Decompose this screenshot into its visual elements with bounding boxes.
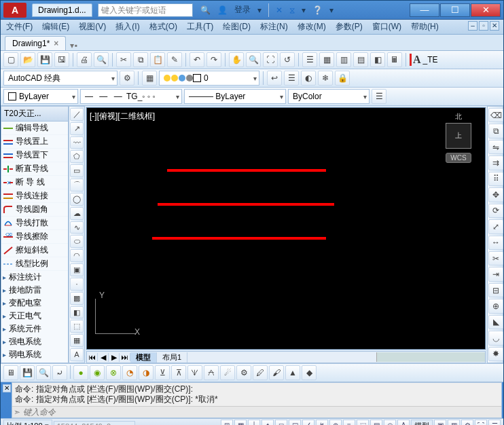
- drawing-canvas[interactable]: [-][俯视][二维线框] Y X 北 上 WCS: [86, 107, 486, 350]
- panel-item[interactable]: 编辑导线: [1, 122, 68, 135]
- otrack-icon[interactable]: ∠: [302, 420, 314, 425]
- ortho-icon[interactable]: └: [248, 420, 260, 425]
- polyline-icon[interactable]: 〰: [70, 136, 84, 149]
- tool-icon[interactable]: 🖌: [269, 365, 284, 380]
- expand-item[interactable]: 消防系统: [1, 361, 68, 363]
- qp-icon[interactable]: ▤: [370, 420, 382, 425]
- gradient-icon[interactable]: ◧: [70, 306, 84, 319]
- status-icon[interactable]: ⛶: [475, 420, 487, 425]
- pan-icon[interactable]: ✋: [229, 52, 244, 67]
- linetype1-dropdown[interactable]: — — — TG_◦ ◦ ◦: [80, 89, 182, 104]
- preview-icon[interactable]: 🔍: [94, 52, 109, 67]
- extend-icon[interactable]: ⇥: [488, 267, 503, 281]
- array-icon[interactable]: ⠿: [488, 172, 503, 186]
- layout-tab[interactable]: 布局1: [157, 352, 187, 363]
- tab-next-icon[interactable]: ▶: [109, 353, 120, 362]
- save-icon[interactable]: 💾: [37, 52, 52, 67]
- grid-icon[interactable]: ▦: [234, 420, 247, 425]
- menu-edit[interactable]: 编辑(E): [42, 21, 69, 33]
- status-icon[interactable]: ▣: [434, 420, 446, 425]
- menu-format[interactable]: 格式(O): [149, 21, 177, 33]
- menu-view[interactable]: 视图(V): [79, 21, 106, 33]
- ellipse-icon[interactable]: ⬭: [70, 235, 84, 248]
- undo-icon[interactable]: ↶: [190, 52, 204, 67]
- layer-lock-icon[interactable]: 🔒: [335, 71, 350, 86]
- anno-icon[interactable]: A: [397, 420, 410, 425]
- expand-item[interactable]: 接地防雷: [1, 284, 68, 297]
- panel-item[interactable]: 擦短斜线: [1, 244, 68, 257]
- sheetset-icon[interactable]: ▤: [353, 52, 368, 67]
- tool-icon[interactable]: ◆: [302, 365, 317, 380]
- tool-icon[interactable]: ●: [73, 365, 88, 380]
- chamfer-icon[interactable]: ◣: [488, 315, 503, 329]
- tool-icon[interactable]: ⤾: [52, 365, 67, 380]
- offset-icon[interactable]: ⇉: [488, 155, 503, 170]
- scale-icon[interactable]: ⤢: [488, 219, 503, 234]
- rectangle-icon[interactable]: ▭: [70, 164, 84, 177]
- region-icon[interactable]: ⬚: [70, 320, 84, 333]
- break-icon[interactable]: ⊟: [488, 283, 503, 297]
- layer-states-icon[interactable]: ☰: [284, 71, 299, 86]
- tpy-icon[interactable]: ⬚: [357, 420, 369, 425]
- status-icon[interactable]: ▥: [448, 420, 460, 425]
- hatch-icon[interactable]: ▩: [70, 292, 84, 305]
- doc-minimize-button[interactable]: –: [468, 21, 478, 31]
- viewcube-face[interactable]: 上: [446, 123, 471, 149]
- tool-icon[interactable]: ☄: [220, 365, 235, 380]
- layer-iso-icon[interactable]: ◐: [301, 71, 316, 86]
- explode-icon[interactable]: ✸: [488, 347, 503, 361]
- dyn-icon[interactable]: ⊕: [329, 420, 342, 425]
- tool-icon[interactable]: 🖥: [3, 365, 18, 380]
- mirror-icon[interactable]: ⇋: [488, 140, 503, 154]
- copy-icon[interactable]: ⧉: [488, 124, 503, 138]
- panel-item[interactable]: 导线连接: [1, 189, 68, 203]
- paste-icon[interactable]: 📋: [150, 52, 165, 67]
- model-tab[interactable]: 模型: [130, 352, 157, 363]
- workspace-settings-icon[interactable]: ⚙: [120, 71, 134, 86]
- arc-icon[interactable]: ⌒: [70, 179, 84, 191]
- menu-draw[interactable]: 绘图(D): [223, 21, 251, 33]
- join-icon[interactable]: ⊕: [488, 299, 503, 313]
- status-scale[interactable]: 比例 1:100 ▾: [3, 420, 52, 425]
- menu-param[interactable]: 参数(P): [336, 21, 363, 33]
- expand-item[interactable]: 天正电气: [1, 310, 68, 322]
- layer-prev-icon[interactable]: ↩: [267, 71, 282, 86]
- expand-item[interactable]: 弱电系统: [1, 348, 68, 361]
- mtext-icon[interactable]: A: [70, 348, 84, 361]
- tool-icon[interactable]: ◉: [90, 365, 105, 380]
- tool-icon[interactable]: 🖊: [253, 365, 268, 380]
- plot-icon[interactable]: 🖨: [77, 52, 92, 67]
- menu-help[interactable]: 帮助(H): [411, 21, 439, 33]
- tool-icon[interactable]: ⩜: [204, 365, 219, 380]
- doc-close-button[interactable]: ✕: [490, 21, 499, 31]
- workspace-dropdown[interactable]: AutoCAD 经典: [3, 71, 118, 86]
- tool-icon[interactable]: ⊗: [106, 365, 121, 380]
- help-icon[interactable]: ❔: [312, 5, 323, 15]
- overflow-icon[interactable]: ▾▪: [70, 41, 77, 50]
- new-icon[interactable]: ▢: [3, 52, 18, 67]
- polar-icon[interactable]: ✦: [262, 420, 274, 425]
- chevron-down-icon[interactable]: ▾: [302, 5, 306, 15]
- panel-item[interactable]: 导线圆角: [1, 203, 68, 217]
- file-tab[interactable]: Drawing1.d...: [32, 3, 92, 17]
- xline-icon[interactable]: ↗: [70, 122, 84, 135]
- viewcube[interactable]: 北 上 WCS: [437, 112, 480, 163]
- point-icon[interactable]: ·: [70, 278, 84, 291]
- properties-icon[interactable]: ☰: [302, 52, 317, 67]
- viewport-label[interactable]: [-][俯视][二维线框]: [90, 111, 155, 122]
- status-icon[interactable]: ☰: [488, 420, 501, 425]
- tool-icon[interactable]: ◑: [139, 365, 154, 380]
- login-icon[interactable]: 👤: [217, 5, 228, 15]
- rotate-icon[interactable]: ⟳: [488, 204, 503, 218]
- saveas-icon[interactable]: 🖫: [54, 52, 69, 67]
- table-icon[interactable]: ▦: [70, 334, 84, 347]
- block-icon[interactable]: ▣: [70, 263, 84, 276]
- menu-insert[interactable]: 插入(I): [115, 21, 139, 33]
- search-input[interactable]: 键入关键字或短语: [98, 3, 193, 17]
- fillet-icon[interactable]: ◡: [488, 331, 503, 345]
- tab-prev-icon[interactable]: ◀: [98, 353, 109, 362]
- revcloud-icon[interactable]: ☁: [70, 207, 84, 220]
- trim-icon[interactable]: ✂: [488, 251, 503, 265]
- panel-item[interactable]: 断直导线: [1, 162, 68, 176]
- tool-icon[interactable]: 🔍: [36, 365, 51, 380]
